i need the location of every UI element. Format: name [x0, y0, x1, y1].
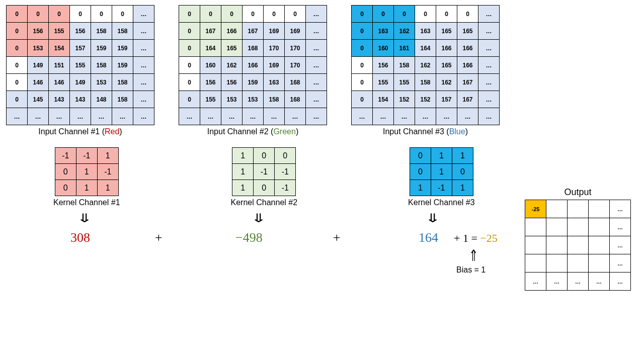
cell: -1: [76, 148, 97, 164]
cell: …: [610, 200, 631, 218]
cell: 143: [70, 91, 91, 108]
cell: -1: [431, 180, 452, 196]
cell: 0: [55, 180, 76, 196]
cell: 154: [49, 40, 70, 57]
cell: …: [133, 40, 154, 57]
kernel-3: 0110101-11 Kernel Channel #3: [408, 147, 475, 207]
cell: -1: [254, 164, 275, 180]
cell: …: [478, 6, 500, 23]
cell: [568, 218, 589, 236]
down-arrow-icon: ⇓: [251, 211, 267, 225]
kernel-matrix-3: 0110101-11: [410, 147, 473, 196]
cell: 158: [91, 57, 112, 74]
cell: …: [306, 91, 327, 108]
cell: [589, 254, 610, 273]
cell: 165: [436, 57, 457, 74]
cell: …: [91, 108, 112, 125]
cell: 1: [431, 164, 452, 180]
cell: 159: [243, 74, 264, 91]
cell: [525, 236, 546, 254]
cell: …: [133, 23, 154, 40]
cell: 170: [285, 57, 306, 74]
bias-label: Bias = 1: [456, 265, 486, 275]
cell: 159: [91, 40, 112, 57]
cell: …: [7, 108, 28, 125]
cell: …: [610, 254, 631, 273]
cell: 0: [179, 40, 200, 57]
cell: [546, 236, 568, 254]
cell: [589, 218, 610, 236]
cell: 167: [457, 74, 478, 91]
cell: 160: [373, 40, 394, 57]
cell: …: [589, 273, 610, 291]
cell: 0: [243, 6, 264, 23]
cell: [568, 200, 589, 218]
cell: 146: [28, 74, 49, 91]
cell: 0: [352, 23, 373, 40]
partial-sum-1: 308: [70, 230, 90, 245]
cell: 0: [275, 148, 296, 164]
cell: 167: [243, 23, 264, 40]
cell: …: [221, 108, 243, 125]
cell: [589, 200, 610, 218]
input-caption-3: Input Channel #3 (Blue): [383, 127, 468, 136]
cell: -25: [525, 200, 546, 218]
cell: 0: [91, 6, 112, 23]
kernel-matrix-1: -1-1101-1011: [55, 147, 119, 196]
cell: …: [179, 108, 200, 125]
cell: 160: [200, 57, 221, 74]
cell: 169: [285, 23, 306, 40]
input-channels-row: 000000…0156155156158158…0153154157159159…: [6, 5, 638, 136]
kernel-2: 1001-1-110-1 Kernel Channel #2: [231, 147, 298, 207]
output-title: Output: [564, 187, 591, 198]
cell: [546, 254, 568, 273]
cell: 0: [179, 23, 200, 40]
cell: 0: [70, 6, 91, 23]
cell: 1: [232, 164, 254, 180]
cell: …: [373, 108, 394, 125]
cell: 0: [415, 6, 436, 23]
cell: 168: [285, 74, 306, 91]
cell: 166: [457, 40, 478, 57]
input-matrix-1: 000000…0156155156158158…0153154157159159…: [6, 5, 154, 125]
cell: 0: [7, 40, 28, 57]
partial-sum-3: 164: [419, 230, 438, 245]
cell: 1: [76, 164, 97, 180]
bias-plus-equals: + 1 = −25: [454, 232, 498, 245]
cell: 0: [457, 6, 478, 23]
cell: …: [478, 40, 500, 57]
cell: 1: [97, 148, 118, 164]
cell: 153: [243, 91, 264, 108]
cell: 157: [70, 40, 91, 57]
cell: 154: [373, 91, 394, 108]
cell: …: [133, 108, 154, 125]
cell: 155: [49, 23, 70, 40]
cell: 158: [394, 57, 415, 74]
cell: 0: [285, 6, 306, 23]
cell: …: [394, 108, 415, 125]
cell: 0: [452, 164, 473, 180]
cell: 164: [415, 40, 436, 57]
cell: 166: [243, 57, 264, 74]
cell: 0: [179, 74, 200, 91]
cell: 151: [49, 57, 70, 74]
cell: 1: [431, 148, 452, 164]
cell: 0: [221, 6, 243, 23]
cell: [546, 200, 568, 218]
kernel-caption-1: Kernel Channel #1: [53, 198, 120, 207]
cell: 0: [49, 6, 70, 23]
cell: …: [568, 273, 589, 291]
input-caption-1: Input Channel #1 (Red): [38, 127, 122, 136]
cell: 166: [457, 57, 478, 74]
input-matrix-3: 000000…0163162163165165…0160161164166166…: [351, 5, 500, 125]
plus-operator: +: [155, 230, 163, 245]
cell: 0: [55, 164, 76, 180]
cell: 165: [457, 23, 478, 40]
cell: 0: [352, 91, 373, 108]
cell: …: [478, 74, 500, 91]
cell: 0: [112, 6, 133, 23]
cell: 155: [373, 74, 394, 91]
cell: 158: [112, 23, 133, 40]
cell: 166: [221, 23, 243, 40]
cell: 148: [91, 91, 112, 108]
